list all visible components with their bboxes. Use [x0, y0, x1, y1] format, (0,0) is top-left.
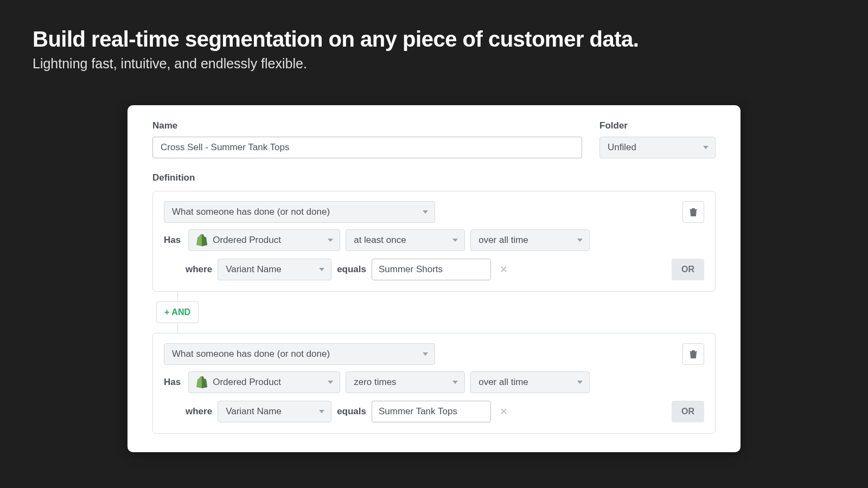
- segment-builder-card: Name Folder Unfiled Definition What some…: [127, 105, 741, 452]
- chevron-down-icon: [328, 381, 333, 384]
- value-input[interactable]: [372, 401, 491, 422]
- chevron-down-icon: [452, 381, 458, 384]
- or-button[interactable]: OR: [672, 259, 704, 280]
- shopify-icon: [196, 234, 207, 246]
- name-input[interactable]: [152, 137, 582, 158]
- chevron-down-icon: [319, 268, 324, 271]
- frequency-select[interactable]: at least once: [346, 229, 465, 251]
- chevron-down-icon: [328, 239, 333, 242]
- trigger-select[interactable]: What someone has done (or not done): [164, 201, 435, 223]
- timerange-select-value: over all time: [478, 235, 528, 246]
- chevron-down-icon: [577, 239, 583, 242]
- chevron-down-icon: [452, 239, 458, 242]
- timerange-select[interactable]: over all time: [470, 371, 590, 393]
- name-label: Name: [152, 120, 582, 131]
- where-label: where: [186, 406, 212, 417]
- trash-icon: [690, 208, 697, 216]
- folder-label: Folder: [599, 120, 716, 131]
- product-select-value: Ordered Product: [213, 377, 281, 388]
- condition-block: What someone has done (or not done) Has …: [152, 191, 716, 292]
- chevron-down-icon: [423, 210, 428, 214]
- trigger-select-value: What someone has done (or not done): [172, 207, 330, 217]
- delete-block-button[interactable]: [682, 343, 704, 365]
- has-label: Has: [164, 235, 181, 246]
- field-select-value: Variant Name: [226, 406, 282, 417]
- has-label: Has: [164, 377, 181, 388]
- where-label: where: [186, 264, 212, 275]
- delete-block-button[interactable]: [682, 201, 704, 223]
- equals-label: equals: [337, 264, 366, 275]
- field-select-value: Variant Name: [226, 264, 282, 275]
- equals-label: equals: [337, 406, 366, 417]
- value-input[interactable]: [372, 259, 491, 280]
- frequency-select[interactable]: zero times: [346, 371, 465, 393]
- timerange-select[interactable]: over all time: [470, 229, 590, 251]
- remove-filter-button[interactable]: ✕: [496, 262, 510, 277]
- field-select[interactable]: Variant Name: [218, 401, 331, 422]
- chevron-down-icon: [703, 146, 709, 149]
- frequency-select-value: zero times: [354, 377, 396, 388]
- page-title: Build real-time segmentation on any piec…: [33, 27, 835, 52]
- page-subtitle: Lightning fast, intuitive, and endlessly…: [33, 56, 835, 72]
- timerange-select-value: over all time: [478, 377, 528, 388]
- chevron-down-icon: [577, 381, 583, 384]
- frequency-select-value: at least once: [354, 235, 406, 246]
- or-button[interactable]: OR: [672, 401, 704, 422]
- remove-filter-button[interactable]: ✕: [496, 404, 510, 419]
- shopify-icon: [196, 376, 207, 388]
- product-select-value: Ordered Product: [213, 235, 281, 246]
- trigger-select[interactable]: What someone has done (or not done): [164, 343, 435, 365]
- folder-select-value: Unfiled: [608, 142, 636, 153]
- block-connector: + AND: [177, 292, 716, 333]
- chevron-down-icon: [423, 352, 428, 356]
- product-select[interactable]: Ordered Product: [188, 229, 340, 251]
- product-select[interactable]: Ordered Product: [188, 371, 340, 393]
- add-and-button[interactable]: + AND: [156, 301, 199, 323]
- trigger-select-value: What someone has done (or not done): [172, 349, 330, 359]
- close-icon: ✕: [500, 264, 508, 275]
- plus-icon: +: [164, 307, 169, 317]
- chevron-down-icon: [319, 410, 324, 413]
- and-button-label: AND: [171, 307, 190, 317]
- field-select[interactable]: Variant Name: [218, 259, 331, 280]
- trash-icon: [690, 350, 697, 358]
- close-icon: ✕: [500, 406, 508, 418]
- folder-select[interactable]: Unfiled: [599, 137, 716, 158]
- condition-block: What someone has done (or not done) Has …: [152, 333, 716, 434]
- definition-label: Definition: [152, 172, 716, 183]
